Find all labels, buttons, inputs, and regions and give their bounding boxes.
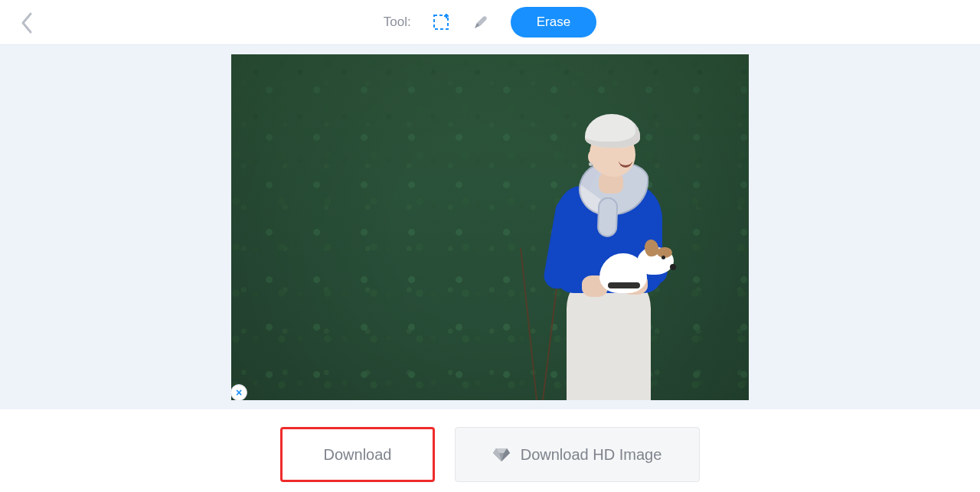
brush-icon — [472, 14, 489, 31]
tool-label: Tool: — [384, 15, 411, 30]
download-hd-button[interactable]: Download HD Image — [455, 427, 700, 482]
download-button[interactable]: Download — [280, 427, 435, 482]
download-hd-button-label: Download HD Image — [521, 446, 662, 464]
top-toolbar: Tool: Erase — [0, 0, 980, 45]
back-button[interactable] — [20, 0, 34, 45]
remove-image-button[interactable]: × — [231, 384, 247, 400]
brush-tool-button[interactable] — [471, 12, 491, 32]
download-bar: Download Download HD Image — [0, 409, 980, 492]
image-subject — [528, 109, 689, 400]
chevron-left-icon — [20, 11, 34, 34]
canvas-area: × — [0, 45, 980, 409]
diamond-icon — [493, 447, 510, 462]
download-button-label: Download — [324, 446, 392, 464]
edited-image[interactable]: × — [231, 54, 749, 400]
erase-button[interactable]: Erase — [511, 7, 596, 37]
toolbar-center: Tool: Erase — [384, 7, 596, 37]
close-icon: × — [236, 386, 242, 399]
marquee-tool-button[interactable] — [431, 12, 451, 32]
marquee-icon — [433, 14, 449, 31]
